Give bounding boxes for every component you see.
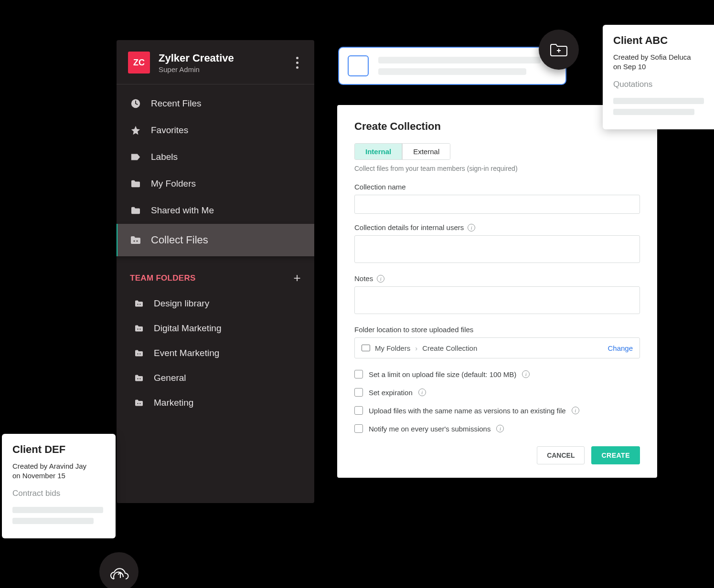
tag-icon [130, 151, 141, 163]
nav-label: Recent Files [151, 98, 202, 109]
team-folder-digital-marketing[interactable]: Digital Marketing [117, 316, 314, 341]
svg-point-7 [137, 353, 138, 354]
create-collection-dialog: Create Collection Internal External Coll… [337, 105, 657, 478]
placeholder-line [12, 507, 103, 513]
option-label: Set expiration [369, 388, 413, 397]
svg-point-3 [137, 304, 138, 304]
cancel-button[interactable]: CANCEL [537, 446, 585, 464]
svg-point-10 [139, 378, 140, 379]
path-leaf: Create Collection [422, 344, 477, 352]
label-folder-location: Folder location to store uploaded files [354, 326, 640, 334]
svg-point-2 [136, 240, 138, 242]
team-folder-design-library[interactable]: Design library [117, 291, 314, 316]
card-title: Client DEF [12, 443, 105, 456]
create-button[interactable]: CREATE [591, 446, 640, 464]
checkbox[interactable] [354, 370, 363, 378]
card-client-def[interactable]: Client DEF Created by Aravind Jayon Nove… [2, 434, 116, 538]
svg-point-5 [137, 328, 138, 329]
info-icon[interactable]: i [377, 275, 384, 283]
dialog-actions: CANCEL CREATE [354, 446, 640, 464]
folder-icon [130, 178, 141, 189]
upload-fab[interactable] [99, 552, 139, 588]
option-upload-versions[interactable]: Upload files with the same name as versi… [354, 406, 640, 415]
checkbox[interactable] [354, 424, 363, 433]
svg-point-9 [137, 378, 138, 379]
section-title: TEAM FOLDERS [130, 273, 196, 283]
option-limit-size[interactable]: Set a limit on upload file size (default… [354, 370, 640, 378]
svg-point-11 [137, 403, 138, 404]
nav-my-folders[interactable]: My Folders [117, 170, 314, 197]
team-folder-icon [134, 373, 144, 383]
tab-external[interactable]: External [402, 144, 450, 159]
checkbox[interactable] [354, 388, 363, 397]
placeholder-line [613, 98, 704, 104]
team-folder-general[interactable]: General [117, 366, 314, 390]
team-folder-icon [134, 348, 144, 358]
svg-point-1 [133, 240, 135, 242]
nav-recent-files[interactable]: Recent Files [117, 90, 314, 117]
svg-point-8 [139, 353, 140, 354]
label-notes: Notesi [354, 274, 640, 283]
placeholder-line [12, 518, 94, 524]
nav-labels[interactable]: Labels [117, 144, 314, 170]
card-subtitle: Quotations [613, 80, 706, 89]
placeholder-line [613, 109, 694, 115]
collect-icon [130, 234, 141, 246]
visibility-tabs: Internal External [354, 143, 450, 160]
card-meta: Created by Sofia Delucaon Sep 10 [613, 52, 706, 72]
checkbox[interactable] [354, 406, 363, 415]
svg-point-4 [139, 304, 140, 304]
team-folder-label: Design library [154, 298, 209, 309]
info-icon[interactable]: i [572, 407, 579, 414]
info-icon[interactable]: i [468, 224, 475, 231]
nav-label: Labels [151, 152, 178, 162]
nav-label: Shared with Me [151, 205, 214, 216]
svg-point-12 [139, 403, 140, 404]
new-folder-fab[interactable] [539, 30, 579, 70]
input-notes[interactable] [354, 286, 640, 314]
nav-label: Collect Files [151, 234, 208, 246]
workspace-role: Super Admin [159, 65, 291, 74]
nav-favorites[interactable]: Favorites [117, 117, 314, 144]
add-team-folder-button[interactable]: + [294, 271, 301, 285]
card-title: Client ABC [613, 34, 706, 47]
more-menu-button[interactable] [291, 57, 303, 69]
option-label: Upload files with the same name as versi… [369, 407, 566, 415]
star-icon [130, 125, 141, 136]
team-folders-header: TEAM FOLDERS + [117, 256, 314, 291]
team-folder-marketing[interactable]: Marketing [117, 390, 314, 415]
label-collection-name: Collection name [354, 183, 640, 191]
tab-hint: Collect files from your team members (si… [354, 165, 640, 172]
team-folder-event-marketing[interactable]: Event Marketing [117, 341, 314, 366]
nav-main: Recent Files Favorites Labels My Folders… [117, 84, 314, 256]
team-folder-icon [134, 398, 144, 408]
info-icon[interactable]: i [522, 370, 530, 378]
nav-shared-with-me[interactable]: Shared with Me [117, 197, 314, 224]
folder-shared-icon [130, 205, 141, 216]
info-icon[interactable]: i [496, 425, 504, 432]
option-set-expiration[interactable]: Set expiration i [354, 388, 640, 397]
input-collection-details[interactable] [354, 235, 640, 263]
team-folder-icon [134, 323, 144, 334]
card-meta: Created by Aravind Jayon November 15 [12, 462, 105, 481]
option-label: Set a limit on upload file size (default… [369, 370, 516, 378]
change-location-link[interactable]: Change [607, 344, 633, 352]
nav-label: Favorites [151, 125, 188, 136]
card-subtitle: Contract bids [12, 489, 105, 498]
team-folder-label: Digital Marketing [154, 323, 222, 334]
selected-placeholder-card[interactable] [338, 47, 566, 85]
path-root: My Folders [375, 344, 410, 352]
svg-point-6 [139, 328, 140, 329]
folder-location-box: My Folders › Create Collection Change [354, 337, 640, 358]
tab-internal[interactable]: Internal [355, 144, 402, 159]
team-folder-icon [134, 298, 144, 309]
nav-collect-files[interactable]: Collect Files [117, 224, 314, 256]
input-collection-name[interactable] [354, 195, 640, 214]
option-notify-submissions[interactable]: Notify me on every user's submissions i [354, 424, 640, 433]
sidebar: ZC Zylker Creative Super Admin Recent Fi… [117, 40, 314, 503]
info-icon[interactable]: i [418, 388, 426, 396]
card-client-abc[interactable]: Client ABC Created by Sofia Delucaon Sep… [603, 25, 714, 129]
workspace-name: Zylker Creative [159, 52, 291, 64]
selection-checkbox[interactable] [348, 55, 369, 76]
workspace-header: ZC Zylker Creative Super Admin [117, 40, 314, 84]
